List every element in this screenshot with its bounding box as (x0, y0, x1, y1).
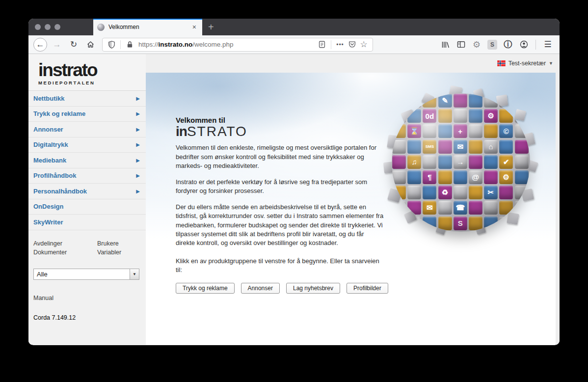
user-menu[interactable]: Test-sekretær ▼ (146, 54, 560, 73)
sidebar-item-nettbutikk[interactable]: Nettbutikk▶ (28, 91, 146, 107)
logo-subtext: MEDIEPORTALEN (38, 80, 146, 85)
tab-title: Velkommen (108, 24, 190, 30)
reload-button[interactable]: ↻ (67, 38, 80, 52)
intro-paragraph-1: Velkommen til den enkleste, rimeligste o… (176, 143, 384, 170)
sidebar-item-mediebank[interactable]: Mediebank▶ (28, 153, 146, 168)
norway-flag-icon (497, 60, 506, 66)
library-icon[interactable] (438, 38, 452, 52)
icon-ball-grid: ✎0d⚙⌛+©SMS✉⌂♫→✔¶@⚙♻✂✉☎S (392, 94, 529, 230)
tab-strip: Velkommen × + (28, 19, 560, 35)
button-lag-nyhetsbrev[interactable]: Lag nyhetsbrev (286, 283, 340, 294)
logo[interactable]: instrato MEDIEPORTALEN (28, 54, 146, 91)
info-icon[interactable]: ⓘ (501, 38, 515, 52)
extension-s-icon[interactable]: S (485, 38, 499, 52)
pocket-icon[interactable] (346, 39, 358, 51)
user-menu-caret-icon: ▼ (549, 61, 553, 66)
sidebar-item-profilhandbok[interactable]: Profilhåndbok▶ (28, 168, 146, 184)
bookmark-star-icon[interactable]: ☆ (358, 39, 370, 51)
chevron-right-icon: ▶ (136, 96, 140, 101)
maximize-window-button[interactable] (54, 24, 60, 30)
intro-paragraph-3: Der du ellers måtte sende en arbeidsbesk… (176, 203, 384, 248)
link-brukere[interactable]: Brukere (97, 240, 146, 247)
account-icon[interactable] (517, 38, 531, 52)
cta-line: Klikk en av produktgruppene til venstre … (176, 257, 384, 275)
new-tab-button[interactable]: + (202, 19, 220, 35)
logo-text: instrato (38, 61, 146, 79)
sidebar-item-skywriter[interactable]: SkyWriter (28, 215, 146, 230)
url-path: /welcome.php (192, 41, 233, 48)
welcome-heading: Velkommen til (176, 116, 384, 124)
chevron-right-icon: ▶ (136, 127, 140, 132)
browser-window: Velkommen × + ← → ↻ (28, 19, 560, 345)
brand-lead: in (176, 124, 187, 139)
brand-rest: STRATO (187, 124, 247, 139)
filter-select[interactable]: Alle ▼ (33, 269, 139, 280)
tab-close-icon[interactable]: × (190, 22, 198, 32)
forward-button[interactable]: → (50, 38, 64, 52)
intro-paragraph-2: Instrato er det perfekte verktøy for å l… (176, 178, 384, 196)
urlbar-separator-2 (331, 40, 331, 49)
filter-select-value: Alle (34, 271, 130, 278)
button-trykk-og-reklame[interactable]: Trykk og reklame (176, 283, 235, 294)
shortcut-buttons: Trykk og reklame Annonser Lag nyhetsbrev… (176, 283, 384, 294)
sidebar-item-ondesign[interactable]: OnDesign (28, 199, 146, 215)
sidebar-links: Avdelinger Brukere Dokumenter Variabler (28, 230, 146, 256)
chevron-right-icon: ▶ (136, 142, 140, 147)
link-dokumenter[interactable]: Dokumenter (33, 249, 97, 256)
button-profilbilder[interactable]: Profilbilder (347, 283, 388, 294)
icon-ball: ✎0d⚙⌛+©SMS✉⌂♫→✔¶@⚙♻✂✉☎S (392, 93, 530, 232)
sidebar: instrato MEDIEPORTALEN Nettbutikk▶ Trykk… (28, 54, 146, 345)
sidebar-item-annonser[interactable]: Annonser▶ (28, 122, 146, 137)
welcome-text-column: Velkommen til inSTRATO Velkommen til den… (176, 116, 384, 294)
site-favicon-icon (97, 24, 105, 31)
cube-fragment (514, 109, 526, 121)
url-bar[interactable]: https://instrato.no/welcome.php ••• ☆ (102, 38, 373, 52)
chevron-right-icon: ▶ (136, 189, 140, 194)
toolbar-separator (535, 40, 536, 50)
url-host: instrato.no (159, 41, 193, 48)
tracking-protection-shield-icon[interactable] (106, 39, 117, 51)
traffic-lights[interactable] (28, 19, 67, 35)
brand-heading: inSTRATO (176, 124, 384, 138)
chevron-right-icon: ▶ (136, 111, 140, 116)
link-manual[interactable]: Manual (33, 295, 146, 301)
minimize-window-button[interactable] (45, 24, 51, 30)
reader-mode-icon[interactable] (316, 39, 328, 51)
link-avdelinger[interactable]: Avdelinger (33, 240, 97, 247)
icon-ball-illustration: ✎0d⚙⌛+©SMS✉⌂♫→✔¶@⚙♻✂✉☎S (392, 93, 530, 232)
sidebar-item-digitaltrykk[interactable]: Digitaltrykk▶ (28, 137, 146, 153)
hamburger-menu-icon[interactable]: ☰ (541, 38, 555, 52)
urlbar-separator (120, 40, 121, 49)
select-arrow-icon[interactable]: ▼ (130, 269, 139, 279)
cube-fragment (507, 212, 519, 224)
url-text[interactable]: https://instrato.no/welcome.php (138, 41, 316, 48)
toolbar-right-icons: ⚙ S ⓘ ☰ (438, 38, 555, 52)
tab-velkommen[interactable]: Velkommen × (93, 19, 202, 35)
main-panel: ✎0d⚙⌛+©SMS✉⌂♫→✔¶@⚙♻✂✉☎S Velkommen til in… (146, 73, 556, 345)
page-content: Test-sekretær ▼ instrato MEDIEPORTALEN N… (28, 54, 560, 345)
sidebar-toggle-icon[interactable] (454, 38, 468, 52)
navigation-toolbar: ← → ↻ https://instrato.no/welcom (28, 35, 560, 54)
url-scheme: https:// (138, 41, 159, 48)
back-button[interactable]: ← (33, 38, 47, 52)
chevron-right-icon: ▶ (136, 173, 140, 178)
link-variabler[interactable]: Variabler (97, 249, 146, 256)
lock-icon[interactable] (124, 39, 135, 51)
sidebar-menu: Nettbutikk▶ Trykk og reklame▶ Annonser▶ … (28, 91, 146, 230)
user-menu-label: Test-sekretær (508, 60, 546, 67)
sidebar-item-personalhandbok[interactable]: Personalhåndbok▶ (28, 184, 146, 199)
version-text: Corda 7.149.12 (33, 314, 146, 321)
home-icon (86, 40, 95, 49)
button-annonser[interactable]: Annonser (241, 283, 280, 294)
page-actions-icon[interactable]: ••• (334, 39, 346, 51)
sidebar-item-trykk-og-reklame[interactable]: Trykk og reklame▶ (28, 107, 146, 122)
home-button[interactable] (83, 38, 97, 52)
extension-gear-icon[interactable]: ⚙ (470, 38, 483, 52)
close-window-button[interactable] (35, 24, 41, 30)
chevron-right-icon: ▶ (136, 158, 140, 163)
